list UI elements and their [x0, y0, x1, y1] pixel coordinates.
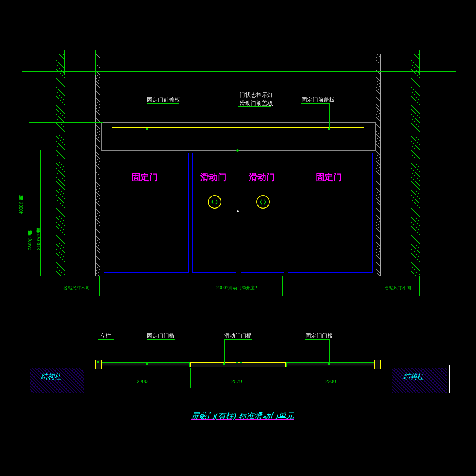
dim-ext [56, 276, 56, 296]
dim-right-note: 各站尺寸不同 [385, 285, 411, 291]
fixed-door-left [104, 153, 189, 273]
leader-dot-icon [97, 361, 99, 363]
dim-ext [98, 368, 98, 388]
tick-icon [236, 362, 238, 363]
sliding-door-right [241, 153, 284, 273]
leader-line [98, 339, 98, 361]
door-open-icon-left [208, 195, 221, 209]
dim-ext [380, 368, 380, 388]
callout-fixed-cover-right: 固定门前盖板 [301, 96, 335, 104]
struct-column-left-label: 结构柱 [41, 372, 61, 381]
dim-ext [411, 50, 411, 75]
dim-left-note: 各站尺寸不同 [63, 285, 90, 291]
callout-fixed-sill-left: 固定门门槛 [147, 332, 175, 340]
callout-fixed-sill-right: 固定门门槛 [305, 332, 333, 340]
plan-dim-a: 2200 [137, 379, 148, 384]
track-bar [112, 127, 364, 128]
dim-ext [190, 368, 191, 388]
dim-height-4000: 4000(至轨面距离) [18, 135, 24, 214]
leader-dot-icon [236, 149, 239, 152]
sliding-door-right-label: 滑动门 [249, 171, 275, 183]
dim-ext [29, 122, 103, 123]
unit-jamb-right [376, 54, 381, 276]
dim-base [20, 276, 103, 276]
plan-dim-c: 2200 [325, 379, 336, 384]
unit-jamb-left [95, 54, 100, 276]
drawing-title: 屏蔽门(有柱) 标准滑动门单元 [191, 411, 294, 421]
dim-ext [419, 276, 420, 296]
leader-line [147, 103, 147, 128]
center-dot-icon [237, 210, 239, 212]
center-mullion [237, 150, 240, 274]
leader-dot-icon [328, 128, 330, 130]
dim-ext [380, 50, 380, 75]
dim-mid-note: 2000?滑动门净开度? [216, 285, 257, 291]
leader-dot-icon [223, 363, 225, 365]
fixed-door-right [288, 153, 373, 273]
callout-column: 立柱 [100, 332, 111, 340]
dim-ext [95, 50, 96, 75]
door-open-icon-right [256, 195, 270, 209]
leader-line [147, 339, 147, 363]
sliding-door-left [192, 153, 236, 273]
leader-line [329, 339, 330, 363]
callout-status-light: 门状态指示灯 [240, 92, 273, 99]
leader-line [224, 339, 225, 363]
dim-line-bottom [56, 292, 420, 292]
dim-ext [64, 50, 65, 75]
fixed-door-left-label: 固定门 [132, 171, 158, 183]
fixed-sill-right [286, 362, 374, 367]
sliding-door-left-label: 滑动门 [200, 171, 226, 183]
dim-ext [285, 368, 285, 388]
dim-ext [99, 276, 100, 296]
dim-ext [56, 50, 56, 75]
plan-dim-line [98, 385, 380, 385]
dim-height-2800: 2800(屏蔽顶后盖板前盖板) [27, 163, 33, 250]
plan-dim-b: 2079 [231, 379, 242, 384]
dim-ext [377, 276, 377, 296]
dim-ext [419, 50, 420, 75]
sliding-sill [190, 362, 286, 367]
leader-dot-icon [146, 363, 148, 365]
fixed-door-right-label: 固定门 [316, 171, 342, 183]
dim-ext [194, 276, 194, 296]
callout-sliding-cover: 滑动门前盖板 [240, 100, 273, 107]
dim-height-2100: 2100?(滑动门净高度? [36, 178, 42, 250]
dim-line-top [22, 54, 456, 54]
dim-ext [282, 276, 283, 296]
leader-line [238, 98, 238, 150]
leader-dot-icon [328, 363, 330, 365]
wall-hatch-left [56, 54, 65, 276]
struct-column-right-label: 结构柱 [403, 372, 424, 381]
leader-line [329, 103, 330, 128]
header-box [101, 122, 376, 151]
tick-icon [240, 362, 242, 363]
dim-line-top2 [22, 71, 456, 72]
leader-dot-icon [146, 128, 148, 130]
callout-sliding-sill: 滑动门门槛 [224, 332, 252, 340]
callout-fixed-cover-left: 固定门前盖板 [147, 96, 180, 104]
wall-hatch-right [411, 54, 420, 276]
dim-ext [37, 150, 103, 150]
